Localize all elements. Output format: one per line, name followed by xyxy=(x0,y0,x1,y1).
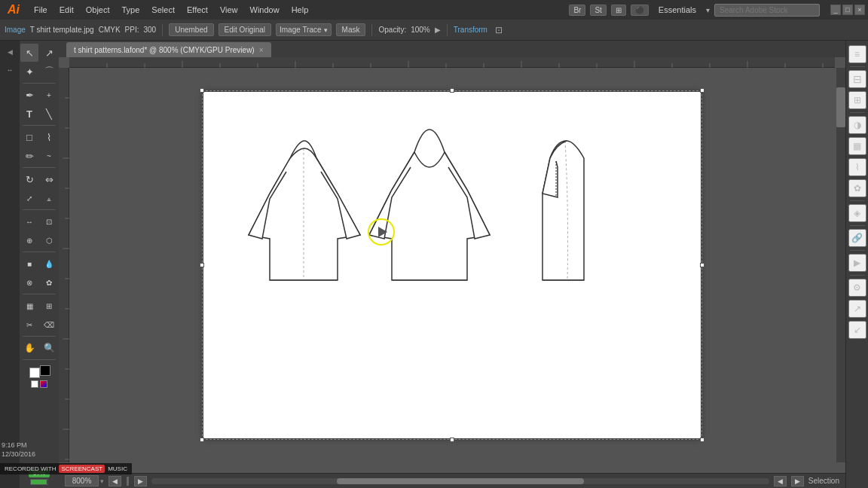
magic-wand-tool[interactable]: ✦ xyxy=(20,63,38,81)
rect-tool[interactable]: □ xyxy=(20,128,38,146)
links-panel-button[interactable]: 🔗 xyxy=(848,229,866,247)
symbols-panel-button[interactable]: ✿ xyxy=(848,179,866,197)
br-button[interactable]: Br xyxy=(569,5,585,16)
appearance-panel-button[interactable]: ◑ xyxy=(848,116,866,134)
width-tool[interactable]: ↔ xyxy=(20,212,38,230)
tool-separator-8 xyxy=(23,359,56,360)
screencast-suffix: MUSIC xyxy=(108,465,127,472)
st-button[interactable]: St xyxy=(590,5,606,16)
collapse-panel-button[interactable]: ↙ xyxy=(848,321,866,339)
essentials-dropdown[interactable]: Essentials xyxy=(653,4,701,16)
mask-button[interactable]: Mask xyxy=(336,23,366,36)
menu-type[interactable]: Type xyxy=(117,4,145,16)
menu-effect[interactable]: Effect xyxy=(182,4,213,16)
swatches-panel-button[interactable]: ▦ xyxy=(848,137,866,155)
horizontal-scrollbar-thumb[interactable] xyxy=(337,478,584,484)
lasso-tool[interactable]: ⌒ xyxy=(40,63,58,81)
ppi-value: 300 xyxy=(143,26,156,34)
nav-next-button[interactable]: ▶ xyxy=(134,476,147,486)
menu-window[interactable]: Window xyxy=(245,4,285,16)
horizontal-scrollbar[interactable] xyxy=(151,478,769,484)
zoom-tool[interactable]: 🔍 xyxy=(40,339,58,357)
right-sep-5 xyxy=(850,250,865,251)
brushes-panel-button[interactable]: ⌇ xyxy=(848,158,866,176)
rotate-tool[interactable]: ↻ xyxy=(20,170,38,188)
gradient-swatch[interactable] xyxy=(40,380,47,388)
free-transform-tool[interactable]: ⊡ xyxy=(40,212,58,230)
libraries-panel-button[interactable]: ⊞ xyxy=(848,91,866,109)
stroke-swatch[interactable] xyxy=(40,365,50,376)
align-icon[interactable]: ⊡ xyxy=(495,25,503,35)
vertical-scrollbar-thumb[interactable] xyxy=(836,87,845,127)
arrange-button[interactable]: ⊞ xyxy=(611,5,626,16)
image-link[interactable]: Image xyxy=(5,26,26,34)
paintbrush-tool[interactable]: ⌇ xyxy=(40,128,58,146)
menu-help[interactable]: Help xyxy=(286,4,314,16)
nav-prev-button[interactable]: ◀ xyxy=(108,476,121,486)
type-tool[interactable]: T xyxy=(20,105,38,123)
shape-builder-tool[interactable]: ⊕ xyxy=(20,231,38,249)
slice-tool[interactable]: ✂ xyxy=(20,316,38,334)
transform-link[interactable]: Transform xyxy=(454,26,487,34)
menu-edit[interactable]: Edit xyxy=(54,4,79,16)
direct-select-tool[interactable]: ↗ xyxy=(40,44,58,62)
no-fill-icon[interactable] xyxy=(31,380,38,388)
tool-separator-4 xyxy=(23,209,56,210)
record-button[interactable]: ⚫ xyxy=(631,5,649,16)
canvas-area: t shirt patterns.lafond* @ 800% (CMYK/GP… xyxy=(59,41,845,488)
menu-object[interactable]: Object xyxy=(81,4,115,16)
reflect-tool[interactable]: ⇔ xyxy=(40,170,58,188)
close-button[interactable]: × xyxy=(854,5,865,15)
image-trace-dropdown[interactable]: Image Trace ▾ xyxy=(276,23,332,36)
collapse-left-button[interactable]: ◀ xyxy=(2,44,18,60)
smooth-tool[interactable]: ~ xyxy=(40,147,58,165)
scale-tool[interactable]: ⤢ xyxy=(20,189,38,207)
bar-graph-tool[interactable]: ▦ xyxy=(20,297,38,315)
cursor-arrow xyxy=(378,227,387,237)
fill-swatch[interactable] xyxy=(29,368,40,378)
select-tool[interactable]: ↖ xyxy=(20,44,38,62)
layers-panel-button[interactable]: ⊟ xyxy=(848,70,866,88)
zoom-input[interactable] xyxy=(65,475,99,486)
search-adobe-stock[interactable] xyxy=(714,4,820,17)
scroll-right-button[interactable]: ▶ xyxy=(791,476,804,486)
hand-tool[interactable]: ✋ xyxy=(20,339,38,357)
perspective-tool[interactable]: ⬡ xyxy=(40,231,58,249)
expand-panel-button[interactable]: ↗ xyxy=(848,300,866,318)
shear-tool[interactable]: ⟁ xyxy=(40,189,58,207)
scroll-left-button[interactable]: ◀ xyxy=(774,476,787,486)
tool-separator-7 xyxy=(23,336,56,337)
screencast-label: RECORDED WITH xyxy=(5,465,56,472)
zoom-dropdown-icon[interactable]: ▾ xyxy=(100,477,104,485)
vertical-scrollbar[interactable] xyxy=(836,68,845,462)
blend-tool[interactable]: ⊗ xyxy=(20,273,38,291)
nav-tools-row: ✋ 🔍 xyxy=(20,339,58,357)
document-tab[interactable]: t shirt patterns.lafond* @ 800% (CMYK/GP… xyxy=(66,42,271,57)
pencil-tool[interactable]: ✏ xyxy=(20,147,38,165)
properties-panel-button[interactable]: ≡ xyxy=(848,45,866,63)
canvas-scroll[interactable] xyxy=(59,57,845,473)
maximize-button[interactable]: □ xyxy=(842,5,853,15)
actions-panel-button[interactable]: ▶ xyxy=(848,254,866,272)
minimize-button[interactable]: _ xyxy=(830,5,841,15)
line-tool[interactable]: ╲ xyxy=(40,105,58,123)
hand-scroll-button[interactable]: ↔ xyxy=(2,62,18,78)
symbol-sprayer-tool[interactable]: ✿ xyxy=(40,273,58,291)
right-icons-panel: ≡ ⊟ ⊞ ◑ ▦ ⌇ ✿ ◈ 🔗 ▶ ⚙ ↗ ↙ xyxy=(845,41,868,488)
eraser-tool[interactable]: ⌫ xyxy=(40,316,58,334)
menu-file[interactable]: File xyxy=(29,4,53,16)
separator-2 xyxy=(371,24,372,36)
unembed-button[interactable]: Unembed xyxy=(169,23,213,36)
edit-original-button[interactable]: Edit Original xyxy=(219,23,271,36)
settings-panel-button[interactable]: ⚙ xyxy=(848,279,866,297)
gradient-tool[interactable]: ■ xyxy=(20,255,38,273)
pen-tool[interactable]: ✒ xyxy=(20,86,38,104)
menu-select[interactable]: Select xyxy=(146,4,180,16)
artboard-tool[interactable]: ⊞ xyxy=(40,297,58,315)
tab-close-button[interactable]: × xyxy=(259,46,264,54)
graphic-styles-panel-button[interactable]: ◈ xyxy=(848,204,866,222)
opacity-expand[interactable]: ▶ xyxy=(435,26,441,34)
eyedropper-tool[interactable]: 💧 xyxy=(40,255,58,273)
add-anchor-tool[interactable]: + xyxy=(40,86,58,104)
menu-view[interactable]: View xyxy=(215,4,243,16)
